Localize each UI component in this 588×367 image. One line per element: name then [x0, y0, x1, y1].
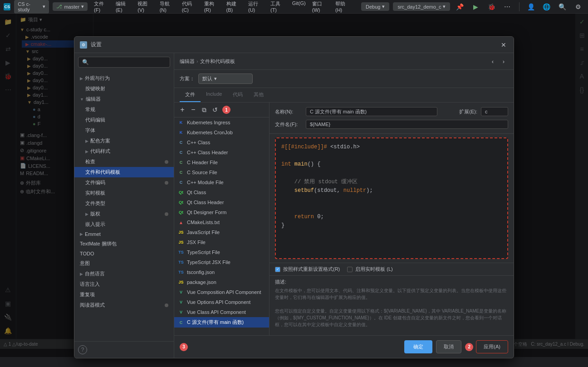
template-item-tsx-file[interactable]: TS TypeScript JSX File — [174, 257, 269, 267]
template-item-ts-file[interactable]: TS TypeScript File — [174, 247, 269, 257]
template-item-jsx-file[interactable]: JS JSX File — [174, 237, 269, 247]
help-button[interactable]: ? — [78, 345, 87, 354]
menu-nav[interactable]: 导航(N) — [157, 0, 178, 14]
template-item-cmakelists[interactable]: ▲ CMakeLists.txt — [174, 217, 269, 227]
nav-item-code-edit[interactable]: 代码编辑 — [74, 115, 174, 125]
filename-input[interactable] — [306, 120, 508, 129]
nav-item-file-encoding[interactable]: 文件编码 — [74, 177, 174, 188]
project-selector[interactable]: CS c-study ▾ — [14, 0, 49, 14]
debug-button[interactable]: 🐞 — [485, 0, 498, 13]
settings-button[interactable]: ⚙ — [572, 0, 584, 13]
template-item-c-main[interactable]: C C 源文件(带有 main 函数) — [174, 317, 269, 328]
nav-item-emmet[interactable]: ▶ Emmet — [74, 230, 174, 239]
template-item-label: Kubernetes Ingress — [187, 120, 230, 125]
run-button[interactable]: ▶ — [470, 0, 482, 13]
nav-item-textmate[interactable]: TextMate 捆绑包 — [74, 239, 174, 249]
name-input[interactable] — [306, 107, 437, 116]
description-area: 描述: 在文件模板中，您可以使用文本、代码、注释和预定义变量。以下提供了预定义变… — [270, 275, 514, 335]
dialog-close-button[interactable]: ✕ — [499, 40, 508, 49]
template-icon: ▲ — [178, 219, 184, 225]
template-item-k8s-ingress[interactable]: K Kubernetes Ingress — [174, 117, 269, 127]
nav-item-duplicates[interactable]: 重复项 — [74, 289, 174, 300]
menu-window[interactable]: 窗口(W) — [309, 0, 332, 14]
template-item-vue-class[interactable]: V Vue Class API Component — [174, 307, 269, 317]
nav-item-appearance[interactable]: ▶ 外观与行为 — [74, 73, 174, 83]
menu-code[interactable]: 代码(C) — [179, 0, 201, 14]
checkbox-live-template[interactable]: 启用实时模板 (L) — [347, 266, 393, 273]
tab-file[interactable]: 文件 — [180, 88, 201, 102]
template-item-tsconfig[interactable]: TS tsconfig.json — [174, 267, 269, 277]
template-icon: TS — [178, 269, 184, 275]
menu-help[interactable]: 帮助(H) — [333, 0, 354, 14]
debug-config-selector[interactable]: Debug ▾ — [361, 2, 389, 11]
menu-file[interactable]: 文件(F) — [91, 0, 112, 14]
settings-search-input[interactable] — [78, 57, 170, 68]
more-button[interactable]: ⋯ — [501, 0, 514, 13]
template-item-vue-options[interactable]: V Vue Options API Component — [174, 297, 269, 307]
cancel-button[interactable]: 取消 — [436, 340, 461, 353]
breadcrumb-separator: › — [196, 59, 198, 64]
nav-item-language-injection[interactable]: 语言注入 — [74, 279, 174, 289]
nav-item-live-templates[interactable]: 实时模板 — [74, 188, 174, 198]
template-item-package-json[interactable]: JS package.json — [174, 277, 269, 287]
nav-item-reader-mode[interactable]: 阅读器模式 — [74, 300, 174, 310]
confirm-button[interactable]: 确定 — [404, 340, 432, 353]
branch-selector[interactable]: ⎇ master ▾ — [53, 2, 88, 11]
menu-tools[interactable]: 工具(T) — [268, 0, 289, 14]
nav-item-code-style[interactable]: ▶ 代码样式 — [74, 146, 174, 157]
template-item-c-header[interactable]: C C Header File — [174, 157, 269, 167]
template-item-qt-class[interactable]: Qt Qt Class — [174, 187, 269, 197]
account-button[interactable]: 👤 — [525, 0, 537, 13]
nav-item-inlay-hints[interactable]: 嵌入提示 — [74, 219, 174, 230]
code-editor[interactable]: #[[#include]]# <stdio.h> int main() { //… — [275, 137, 508, 259]
menu-view[interactable]: 视图(V) — [135, 0, 156, 14]
template-item-cpp-module[interactable]: C C++ Module File — [174, 177, 269, 187]
nav-item-file-templates[interactable]: 文件和代码模板 — [74, 167, 174, 177]
menu-run[interactable]: 运行(U) — [245, 0, 267, 14]
nav-item-copyright[interactable]: ▶ 版权 — [74, 209, 174, 219]
nav-item-file-types[interactable]: 文件类型 — [74, 198, 174, 209]
nav-item-color-scheme[interactable]: ▶ 配色方案 — [74, 136, 174, 146]
reset-template-button[interactable]: ↺ — [211, 105, 220, 114]
nav-forward-button[interactable]: › — [499, 57, 508, 66]
template-item-cpp-class-header[interactable]: C C++ Class Header — [174, 147, 269, 157]
dialog-title-icon: ⚙ — [80, 41, 87, 49]
menu-refactor[interactable]: 重构(R) — [201, 0, 223, 14]
add-template-button[interactable]: + — [178, 105, 187, 114]
template-item-cpp-class[interactable]: C C++ Class — [174, 137, 269, 147]
code-line-7 — [281, 195, 502, 204]
template-item-qt-designer[interactable]: Qt Qt Designer Form — [174, 207, 269, 217]
tab-code[interactable]: 代码 — [227, 88, 248, 102]
translate-button[interactable]: 🌐 — [541, 0, 553, 13]
tab-other[interactable]: 其他 — [248, 88, 269, 102]
checkbox-reformat[interactable]: ✓ 按照样式重新设置格式(R) — [275, 266, 340, 273]
description-label: 描述: — [275, 279, 508, 285]
nav-item-natural-language[interactable]: ▶ 自然语言 — [74, 269, 174, 279]
remove-template-button[interactable]: − — [189, 105, 198, 114]
nav-item-general[interactable]: 常规 — [74, 104, 174, 115]
search-button[interactable]: 🔍 — [556, 0, 568, 13]
nav-item-editor[interactable]: ▼ 编辑器 — [74, 94, 174, 104]
nav-item-todo[interactable]: TODO — [74, 249, 174, 258]
nav-item-font[interactable]: 字体 — [74, 125, 174, 136]
template-item-js-file[interactable]: JS JavaScript File — [174, 227, 269, 237]
template-item-qt-class-header[interactable]: Qt Qt Class Header — [174, 197, 269, 207]
nav-back-button[interactable]: ‹ — [488, 57, 497, 66]
scheme-selector[interactable]: 默认 ▾ — [198, 73, 253, 84]
ext-input[interactable] — [481, 107, 508, 116]
tab-include[interactable]: Include — [201, 88, 227, 102]
menu-git[interactable]: Git(G) — [289, 0, 309, 14]
template-item-k8s-cronjob[interactable]: K Kubernetes CronJob — [174, 127, 269, 137]
copy-template-button[interactable]: ⧉ — [200, 105, 209, 114]
apply-button[interactable]: 应用(A) — [476, 340, 508, 353]
nav-item-intentions[interactable]: 意图 — [74, 258, 174, 269]
menu-edit[interactable]: 编辑(E) — [113, 0, 134, 14]
template-item-c-source[interactable]: C C Source File — [174, 167, 269, 177]
menu-build[interactable]: 构建(B) — [224, 0, 245, 14]
nav-item-keymap[interactable]: 按键映射 — [74, 83, 174, 94]
nav-item-label: 外观与行为 — [85, 75, 110, 82]
nav-item-inspection[interactable]: 检查 — [74, 157, 174, 167]
pin-button[interactable]: 📌 — [454, 0, 466, 13]
template-item-vue-composition[interactable]: V Vue Composition API Component — [174, 287, 269, 297]
run-config-selector[interactable]: src_day12_demo_c ▾ — [393, 2, 450, 11]
